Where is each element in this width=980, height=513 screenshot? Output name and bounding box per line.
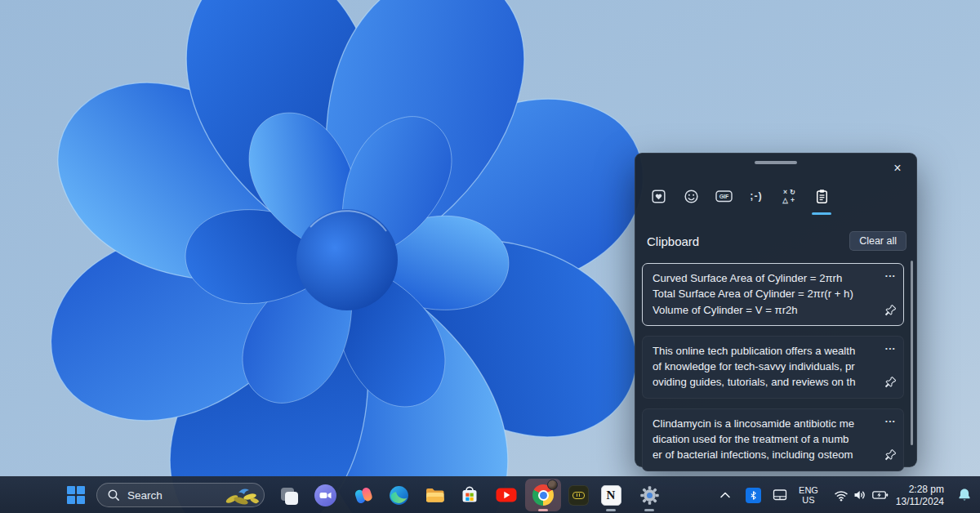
chrome-profile-avatar — [547, 480, 558, 490]
taskbar: Search — [0, 476, 980, 513]
pin-icon[interactable] — [884, 376, 897, 392]
chrome-button[interactable] — [528, 480, 559, 511]
close-icon[interactable]: × — [886, 158, 909, 179]
more-options-icon[interactable]: ••• — [885, 268, 896, 283]
clipboard-item-line: er of bacterial infections, including os… — [653, 447, 874, 462]
pin-icon[interactable] — [884, 304, 897, 320]
volume-tray-button[interactable] — [849, 480, 871, 511]
show-hidden-icons-button[interactable] — [715, 480, 736, 511]
task-view-button[interactable] — [273, 480, 304, 511]
clipboard-header: Clipboard Clear all — [647, 230, 906, 252]
language-indicator[interactable]: ENG US — [791, 480, 826, 511]
tab-gif[interactable]: GIF — [707, 181, 740, 211]
bluetooth-tray-button[interactable] — [742, 480, 764, 511]
desktop: × GIF — [0, 0, 980, 513]
search-daily-art — [222, 485, 261, 505]
pin-icon[interactable] — [884, 448, 897, 465]
clipboard-item-line: Curved Surface Area of Cylinder = 2πrh — [653, 270, 874, 286]
clock-time: 2:28 pm — [896, 484, 944, 496]
start-button[interactable] — [60, 480, 91, 511]
file-explorer-button[interactable] — [420, 480, 451, 511]
touchpad-icon — [772, 487, 788, 503]
running-indicator-settings — [644, 509, 654, 511]
clock-date: 13/11/2024 — [896, 495, 944, 507]
search-input[interactable]: Search — [96, 483, 265, 507]
language-line1: ENG — [799, 485, 818, 495]
touchpad-tray-button[interactable] — [769, 480, 791, 511]
emoji-panel-tabs: GIF ;-) ×↻△+ — [642, 181, 838, 211]
tab-kaomoji[interactable]: ;-) — [740, 181, 773, 211]
clipboard-item-line: of knowledge for tech-savvy individuals,… — [653, 359, 874, 374]
edge-icon — [388, 484, 410, 506]
clipboard-item[interactable]: Clindamycin is a lincosamide antibiotic … — [642, 408, 904, 471]
yellow-badge-app-icon — [568, 485, 589, 506]
language-line2: US — [802, 495, 814, 505]
notification-center-button[interactable] — [953, 480, 976, 511]
tab-symbols[interactable]: ×↻△+ — [773, 181, 805, 211]
clipboard-item[interactable]: This online tech publication offers a we… — [642, 336, 904, 399]
notion-icon: N — [601, 485, 621, 506]
clipboard-item-line: Total Surface Area of Cylinder = 2πr(r +… — [653, 286, 874, 301]
windows-logo-icon — [67, 486, 85, 504]
settings-button[interactable] — [634, 480, 665, 511]
clipboard-item-line: oviding guides, tutorials, and reviews o… — [653, 374, 874, 390]
bluetooth-icon — [746, 488, 761, 503]
clipboard-item-line: This online tech publication offers a we… — [653, 343, 874, 359]
tab-emoji[interactable] — [675, 181, 707, 211]
copilot-icon — [353, 484, 375, 506]
microsoft-store-icon — [459, 484, 480, 506]
chat-video-icon — [314, 484, 336, 506]
symbols-icon: ×↻△+ — [782, 188, 796, 204]
clipboard-item-line: Clindamycin is a lincosamide antibiotic … — [653, 416, 874, 431]
search-placeholder: Search — [127, 489, 163, 502]
more-options-icon[interactable]: ••• — [885, 413, 896, 429]
folder-icon — [424, 484, 447, 506]
task-view-icon — [274, 481, 302, 509]
clear-all-button[interactable]: Clear all — [849, 231, 906, 251]
chat-button[interactable] — [310, 480, 341, 511]
notion-button[interactable]: N — [595, 480, 626, 511]
clipboard-items-list: Curved Surface Area of Cylinder = 2πrh T… — [642, 263, 904, 471]
panel-scrollbar[interactable] — [911, 261, 913, 445]
badge-app-button[interactable] — [563, 480, 594, 511]
svg-text:GIF: GIF — [719, 194, 728, 199]
active-tab-indicator — [812, 212, 831, 215]
tab-most-recently-used[interactable] — [642, 181, 675, 211]
running-indicator-notion — [606, 509, 616, 511]
edge-button[interactable] — [383, 480, 414, 511]
chevron-up-icon — [719, 490, 732, 500]
recent-heart-icon — [650, 188, 667, 205]
microsoft-store-button[interactable] — [454, 480, 485, 511]
more-options-icon[interactable]: ••• — [885, 341, 896, 356]
search-icon — [107, 488, 120, 502]
clipboard-item-line: Volume of Cylinder = V = πr2h — [653, 302, 874, 318]
settings-gear-icon — [639, 484, 661, 506]
clock[interactable]: 2:28 pm 13/11/2024 — [896, 484, 944, 507]
copilot-button[interactable] — [348, 480, 379, 511]
volume-icon — [852, 487, 868, 503]
bell-icon — [956, 487, 973, 503]
clipboard-item[interactable]: Curved Surface Area of Cylinder = 2πrh T… — [642, 263, 904, 326]
clipboard-history-panel: × GIF — [635, 153, 917, 467]
youtube-button[interactable] — [491, 480, 522, 511]
running-indicator-chrome — [538, 509, 548, 511]
clipboard-icon — [813, 188, 831, 205]
clipboard-item-line: dication used for the treatment of a num… — [653, 431, 874, 447]
gif-icon: GIF — [715, 188, 733, 204]
emoji-smiley-icon — [683, 188, 700, 205]
tab-clipboard[interactable] — [805, 181, 838, 211]
battery-charging-icon — [871, 487, 889, 503]
wifi-icon — [833, 487, 849, 503]
battery-tray-button[interactable] — [869, 480, 892, 511]
kaomoji-icon: ;-) — [750, 190, 763, 202]
youtube-icon — [495, 484, 518, 506]
panel-drag-handle[interactable] — [755, 161, 797, 164]
page-title: Clipboard — [647, 234, 699, 248]
